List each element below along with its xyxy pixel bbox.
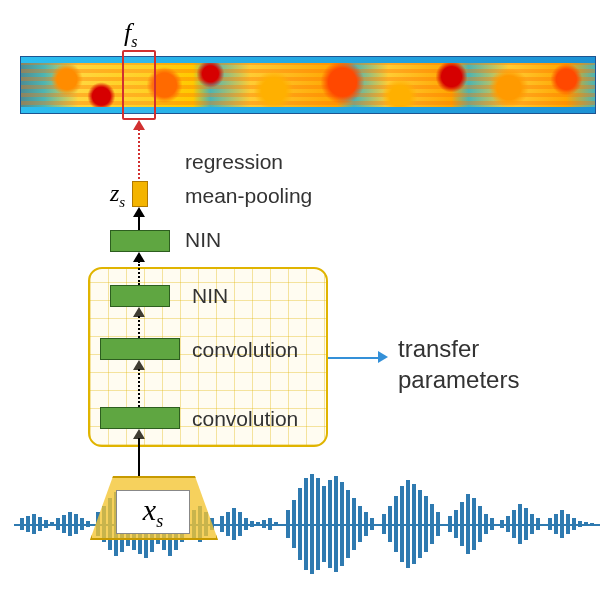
xs-symbol: xs [143, 493, 163, 532]
nin-mid-block [110, 285, 170, 307]
conv1-block [100, 338, 180, 360]
transfer-pointer-line [328, 357, 380, 359]
label-conv2: convolution [192, 407, 298, 431]
connector-nin-to-zs [138, 216, 140, 231]
zs-block [132, 181, 148, 207]
label-nin-mid: NIN [192, 284, 228, 308]
connector-ninmid-to-nintop [138, 261, 140, 285]
transfer-label-l2: parameters [398, 364, 519, 395]
zs-symbol: zs [110, 180, 125, 211]
zs-sub: s [119, 194, 125, 210]
connector-conv1-to-ninmid [138, 316, 140, 338]
xs-card: xs [116, 490, 190, 534]
spectrogram-image [20, 56, 596, 114]
fs-sub: s [131, 33, 137, 50]
connector-conv2-to-conv1 [138, 369, 140, 407]
fs-symbol: fs [124, 18, 137, 51]
label-regression: regression [185, 150, 283, 174]
xs-letter: x [143, 493, 156, 526]
label-conv1: convolution [192, 338, 298, 362]
connector-xs-to-conv2 [138, 438, 140, 476]
transfer-pointer-arrowhead [378, 351, 388, 363]
xs-sub: s [156, 511, 163, 531]
transfer-label: transfer parameters [398, 333, 519, 395]
label-mean-pooling: mean-pooling [185, 184, 312, 208]
zs-letter: z [110, 180, 119, 206]
nin-top-block [110, 230, 170, 252]
label-nin-top: NIN [185, 228, 221, 252]
conv2-block [100, 407, 180, 429]
transfer-label-l1: transfer [398, 333, 519, 364]
fs-highlight-box [122, 50, 156, 120]
connector-zs-to-fs [138, 129, 140, 179]
